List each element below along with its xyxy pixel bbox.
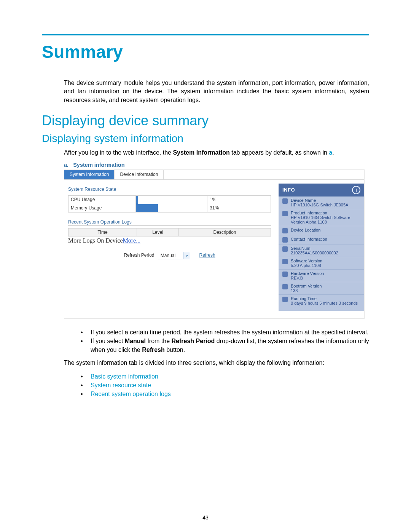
text: After you log in to the web interface, t…: [64, 149, 173, 156]
cpu-bar: [136, 195, 207, 204]
tab-device-information[interactable]: Device Information: [115, 170, 164, 179]
memory-pct: 31%: [207, 204, 271, 212]
cpu-bar-fill: [136, 196, 138, 204]
top-rule: [42, 34, 369, 35]
text: .: [332, 149, 334, 156]
info-item-hardware: Hardware VersionREV.B: [279, 270, 364, 282]
bold-system-information: System Information: [173, 149, 229, 156]
behavior-bullets: If you select a certain time period, the…: [72, 328, 369, 355]
resource-table: CPU Usage 1% Memory Usage 31%: [68, 195, 271, 212]
info-title: INFO: [282, 187, 295, 193]
info-value: 0 days 9 hours 5 minutes 3 seconds: [291, 301, 358, 305]
list-item: If you select a certain time period, the…: [81, 328, 369, 337]
info-label: Device Location: [291, 228, 320, 232]
info-label: Hardware Version: [291, 271, 324, 276]
more-logs-link[interactable]: More...: [123, 237, 141, 244]
screenshot-system-information: System Information Device Information Sy…: [64, 169, 365, 319]
page-title: Summary: [42, 42, 369, 62]
heading-displaying-device-summary: Displaying device summary: [42, 113, 369, 129]
bold-refresh-period: Refresh Period: [172, 338, 215, 344]
cpu-pct: 1%: [207, 195, 271, 204]
bold-manual: Manual: [125, 338, 146, 344]
refresh-period-select[interactable]: Manual ⅴ: [158, 252, 190, 259]
logs-table: Time Level Description: [68, 228, 271, 236]
hardware-icon: [282, 272, 288, 277]
intro-paragraph: The device summary module helps you unde…: [64, 79, 369, 104]
figure-caption: a. System information: [64, 162, 369, 168]
info-value: REV.B: [291, 276, 324, 280]
info-item-device-name: Device NameHP V1910-16G Switch JE005A: [279, 197, 364, 209]
resource-label: Memory Usage: [68, 204, 136, 212]
figure-title: System information: [73, 162, 124, 168]
link-recent-system-operation-logs[interactable]: Recent system operation logs: [81, 390, 369, 398]
info-item-location: Device Location: [279, 226, 364, 235]
info-label: Running Time: [291, 296, 358, 301]
table-row: Memory Usage 31%: [68, 204, 271, 212]
refresh-link[interactable]: Refresh: [199, 252, 215, 258]
info-icon: i: [352, 186, 360, 194]
info-item-software: Software Version5.20 Alpha 1108: [279, 257, 364, 270]
software-icon: [282, 259, 288, 264]
refresh-controls: Refresh Period Manual ⅴ Refresh: [68, 248, 271, 259]
list-item: If you select Manual from the Refresh Pe…: [81, 337, 369, 354]
bold-refresh: Refresh: [142, 347, 165, 353]
location-icon: [282, 228, 288, 233]
info-label: Product Information: [291, 211, 360, 215]
after-login-paragraph: After you log in to the web interface, t…: [64, 149, 369, 157]
more-logs-line: More Logs On DeviceMore...: [68, 236, 271, 248]
xref-a[interactable]: a: [329, 149, 332, 156]
info-label: SerialNum: [291, 246, 338, 251]
panel-recent-logs: Recent System Operation Logs: [68, 219, 271, 226]
memory-bar: [136, 204, 207, 212]
sections-intro: The system information tab is divided in…: [64, 359, 369, 367]
tab-row: System Information Device Information: [64, 170, 364, 180]
info-item-contact: Contact Information: [279, 235, 364, 244]
tab-system-information[interactable]: System Information: [64, 170, 115, 179]
refresh-period-value: Manual: [158, 252, 183, 259]
link-basic-system-information[interactable]: Basic system information: [81, 372, 369, 381]
bootrom-icon: [282, 284, 288, 289]
section-link-bullets: Basic system information System resource…: [72, 372, 369, 399]
info-item-serial: SerialNum210235A41S0000000002: [279, 244, 364, 257]
contact-icon: [282, 237, 288, 243]
info-item-running-time: Running Time0 days 9 hours 5 minutes 3 s…: [279, 295, 364, 307]
info-label: Bootrom Version: [291, 284, 322, 288]
text: button.: [165, 347, 185, 353]
memory-bar-fill: [136, 204, 158, 212]
more-logs-text: More Logs On Device: [68, 237, 123, 244]
info-label: Contact Information: [291, 237, 327, 241]
resource-label: CPU Usage: [68, 195, 136, 204]
link-system-resource-state[interactable]: System resource state: [81, 381, 369, 390]
product-icon: [282, 211, 288, 216]
chevron-down-icon: ⅴ: [186, 254, 188, 257]
serial-icon: [282, 246, 288, 252]
table-row: CPU Usage 1%: [68, 195, 271, 204]
table-header-row: Time Level Description: [68, 228, 271, 236]
text: If you select: [91, 338, 125, 344]
info-header: INFO i: [279, 184, 364, 197]
figure-label: a.: [64, 162, 68, 168]
info-panel: INFO i Device NameHP V1910-16G Switch JE…: [279, 184, 364, 311]
page-number: 43: [0, 514, 411, 521]
col-time: Time: [68, 228, 137, 236]
col-description: Description: [179, 228, 271, 236]
info-value: HP V1910-16G Switch JE005A: [291, 203, 348, 207]
heading-displaying-system-information: Displaying system information: [42, 133, 369, 145]
info-label: Device Name: [291, 198, 348, 203]
info-value: 138: [291, 288, 322, 293]
clock-icon: [282, 297, 288, 302]
col-level: Level: [137, 228, 179, 236]
info-value: 5.20 Alpha 1108: [291, 263, 322, 268]
text: tab appears by default, as shown in: [230, 149, 329, 156]
select-dropdown-button[interactable]: ⅴ: [183, 252, 190, 259]
info-value: HP V1910-16G Switch Software Version Alp…: [291, 215, 360, 224]
device-icon: [282, 198, 288, 204]
info-item-product: Product InformationHP V1910-16G Switch S…: [279, 209, 364, 226]
refresh-period-label: Refresh Period: [124, 252, 154, 258]
panel-system-resource-state: System Resource State: [68, 187, 271, 193]
text: from the: [146, 338, 172, 344]
info-item-bootrom: Bootrom Version138: [279, 282, 364, 295]
info-value: 210235A41S0000000002: [291, 251, 338, 255]
info-label: Software Version: [291, 259, 322, 263]
